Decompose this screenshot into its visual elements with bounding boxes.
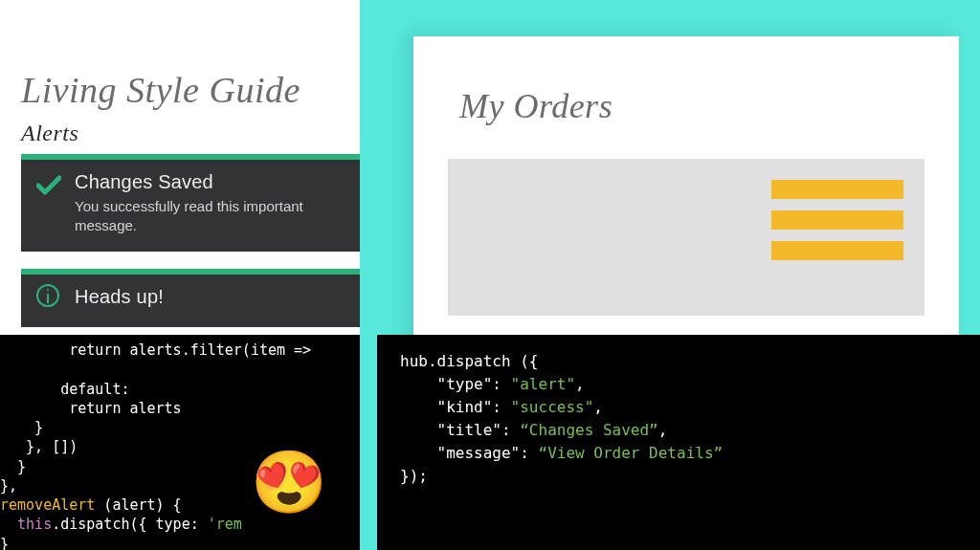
slide: Living Style Guide Alerts Changes Saved … (0, 0, 980, 550)
placeholder-bar (771, 180, 903, 199)
orders-content-placeholder (448, 159, 924, 316)
style-guide-panel: Living Style Guide Alerts Changes Saved … (0, 0, 360, 335)
alert-info[interactable]: Heads up! (21, 269, 360, 327)
code-snippet-left: return alerts.filter(item => default: re… (0, 335, 360, 550)
orders-title: My Orders (459, 86, 959, 126)
alert-title: Changes Saved (75, 171, 360, 193)
style-guide-section-title: Alerts (21, 121, 360, 146)
placeholder-bars (771, 180, 903, 260)
alert-success[interactable]: Changes Saved You successfully read this… (21, 154, 360, 252)
code-snippet-right: hub.dispatch ({ "type": "alert", "kind":… (377, 335, 980, 550)
heart-eyes-emoji: 😍 (251, 451, 327, 513)
placeholder-bar (771, 241, 903, 260)
style-guide-title: Living Style Guide (21, 69, 360, 111)
info-icon (21, 275, 44, 301)
alert-title: Heads up! (75, 286, 360, 308)
alert-message: You successfully read this important mes… (75, 197, 360, 236)
placeholder-bar (771, 210, 903, 230)
check-icon (36, 175, 61, 196)
